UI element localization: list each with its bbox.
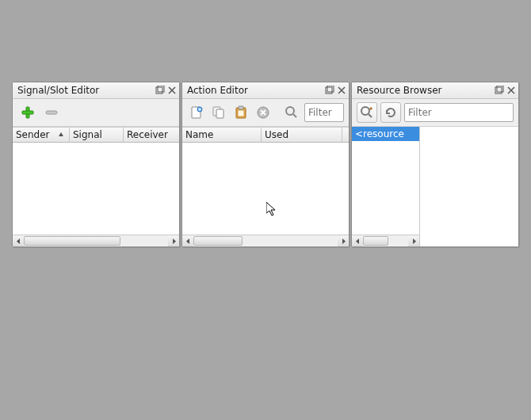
resource-browser-title: Resource Browser: [357, 85, 493, 96]
scroll-track[interactable]: [24, 235, 168, 246]
signal-slot-titlebar[interactable]: Signal/Slot Editor: [13, 82, 179, 99]
delete-button[interactable]: [254, 102, 273, 123]
signal-slot-title: Signal/Slot Editor: [17, 85, 154, 96]
close-icon[interactable]: [506, 85, 517, 96]
edit-resources-button[interactable]: [357, 102, 377, 123]
remove-button[interactable]: [41, 102, 62, 123]
scroll-right-icon[interactable]: [408, 235, 419, 246]
column-signal[interactable]: Signal: [70, 128, 124, 142]
signal-slot-hscroll[interactable]: [13, 235, 179, 246]
signal-slot-toolbar: [13, 99, 179, 127]
svg-rect-0: [156, 87, 162, 94]
column-name[interactable]: Name: [182, 128, 262, 142]
action-editor-panel: Action Editor Name: [181, 82, 350, 247]
copy-button[interactable]: [209, 102, 228, 123]
restore-icon[interactable]: [324, 85, 335, 96]
close-icon[interactable]: [336, 85, 347, 96]
action-header-row: Name Used: [182, 127, 349, 143]
resource-tree-hscroll[interactable]: [352, 235, 419, 246]
restore-icon[interactable]: [155, 85, 166, 96]
action-editor-titlebar[interactable]: Action Editor: [182, 82, 349, 99]
signal-slot-editor-panel: Signal/Slot Editor Sender Signal: [12, 82, 180, 247]
action-list[interactable]: [182, 143, 349, 235]
svg-rect-12: [239, 106, 243, 109]
add-button[interactable]: [17, 102, 38, 123]
scroll-left-icon[interactable]: [13, 235, 24, 246]
svg-point-15: [286, 107, 294, 115]
resource-browser-panel: Resource Browser <resource: [351, 82, 519, 247]
signal-slot-content: Sender Signal Receiver: [13, 127, 179, 246]
scroll-thumb[interactable]: [193, 236, 243, 246]
action-editor-toolbar: [182, 99, 349, 127]
close-icon[interactable]: [166, 85, 178, 96]
resource-preview[interactable]: [420, 127, 518, 246]
scroll-left-icon[interactable]: [182, 235, 193, 246]
resource-browser-titlebar[interactable]: Resource Browser: [352, 82, 518, 99]
resource-body: <resource: [352, 127, 518, 246]
scroll-right-icon[interactable]: [338, 235, 349, 246]
scroll-track[interactable]: [363, 235, 408, 246]
column-used[interactable]: Used: [262, 128, 342, 142]
new-action-button[interactable]: [187, 102, 206, 123]
column-receiver[interactable]: Receiver: [124, 128, 179, 142]
svg-rect-17: [497, 86, 503, 92]
scroll-thumb[interactable]: [24, 236, 120, 246]
column-tail: [342, 128, 349, 142]
action-hscroll[interactable]: [182, 235, 349, 246]
action-editor-content: Name Used: [182, 127, 349, 246]
svg-rect-4: [46, 111, 57, 114]
svg-rect-1: [158, 86, 164, 92]
signal-slot-header-row: Sender Signal Receiver: [13, 127, 179, 143]
svg-rect-5: [326, 87, 332, 94]
scroll-left-icon[interactable]: [352, 235, 363, 246]
svg-rect-13: [238, 110, 244, 116]
scroll-thumb[interactable]: [363, 236, 388, 246]
svg-point-18: [361, 107, 369, 115]
resource-root-item[interactable]: <resource: [352, 127, 419, 141]
signal-slot-list[interactable]: [13, 143, 179, 235]
svg-rect-10: [216, 109, 223, 118]
reload-button[interactable]: [380, 102, 401, 123]
svg-rect-16: [495, 87, 502, 94]
resource-toolbar: [352, 99, 518, 127]
svg-rect-3: [22, 111, 33, 114]
scroll-right-icon[interactable]: [168, 235, 179, 246]
resource-filter-input[interactable]: [404, 103, 514, 122]
scroll-track[interactable]: [193, 235, 338, 246]
resource-content: <resource: [352, 127, 518, 246]
zoom-icon[interactable]: [282, 102, 301, 123]
sort-ascending-icon: [58, 129, 64, 140]
column-sender[interactable]: Sender: [13, 128, 70, 142]
paste-button[interactable]: [231, 102, 250, 123]
action-editor-title: Action Editor: [187, 85, 323, 96]
resource-tree[interactable]: <resource: [352, 127, 420, 246]
action-filter-input[interactable]: [304, 103, 344, 122]
restore-icon[interactable]: [494, 85, 505, 96]
svg-rect-6: [327, 86, 334, 92]
